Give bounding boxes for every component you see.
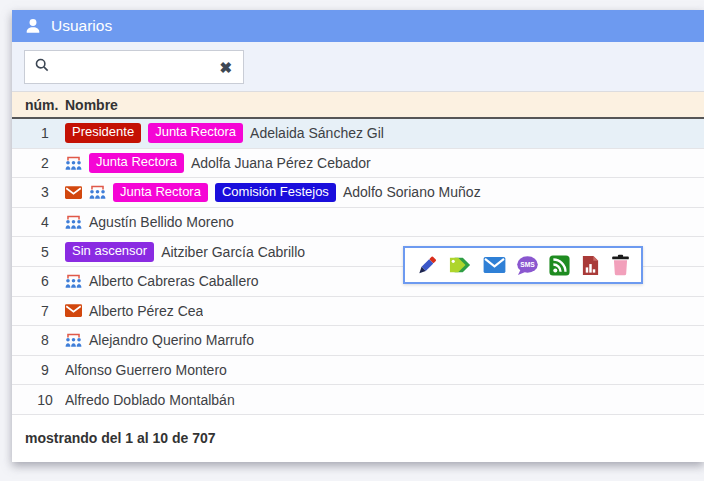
row-number: 3: [25, 184, 65, 200]
user-name: Agustín Bellido Moreno: [89, 214, 234, 230]
user-icon: [24, 17, 42, 35]
table-row[interactable]: 9Alfonso Guerrero Montero: [12, 356, 704, 386]
row-name-cell: Junta RectoraComisión FestejosAdolfo Sor…: [65, 183, 481, 203]
user-name: Adolfo Soriano Muñoz: [343, 184, 481, 200]
search-icon: [34, 57, 50, 77]
trash-icon: [610, 254, 631, 276]
role-badge: Junta Rectora: [148, 123, 243, 143]
mail-icon: [65, 186, 82, 199]
search-box: ✖: [24, 50, 244, 84]
table-row[interactable]: 2Junta RectoraAdolfa Juana Pérez Cebador: [12, 149, 704, 179]
tags-icon: [448, 254, 472, 276]
row-name-cell: Alejandro Querino Marrufo: [65, 332, 254, 348]
chart-icon: [581, 255, 600, 276]
sms-icon: SMS: [516, 255, 539, 276]
search-section: ✖: [12, 42, 704, 92]
group-icon: [65, 155, 82, 171]
row-number: 6: [25, 273, 65, 289]
page-title: Usuarios: [51, 17, 112, 35]
stats-button[interactable]: [581, 255, 600, 276]
action-toolbar: SMS: [403, 246, 643, 284]
edit-button[interactable]: [415, 254, 438, 277]
panel-header: Usuarios: [12, 10, 704, 42]
users-panel: Usuarios ✖ núm. Nombre 1PresidenteJunta …: [12, 10, 704, 462]
group-icon: [65, 214, 82, 230]
row-number: 10: [25, 392, 65, 408]
pagination-summary: mostrando del 1 al 10 de 707: [25, 430, 216, 446]
rss-icon: [549, 255, 570, 276]
svg-text:SMS: SMS: [520, 261, 535, 268]
list-footer: mostrando del 1 al 10 de 707: [12, 415, 704, 461]
row-name-cell: PresidenteJunta RectoraAdelaida Sánchez …: [65, 123, 384, 143]
group-icon: [65, 273, 82, 289]
envelope-icon: [483, 256, 506, 274]
table-row[interactable]: 1PresidenteJunta RectoraAdelaida Sánchez…: [12, 119, 704, 149]
clear-search-button[interactable]: ✖: [217, 60, 234, 75]
delete-button[interactable]: [610, 254, 631, 276]
row-number: 7: [25, 303, 65, 319]
user-name: Alejandro Querino Marrufo: [89, 332, 254, 348]
row-name-cell: Junta RectoraAdolfa Juana Pérez Cebador: [65, 153, 371, 173]
row-number: 8: [25, 332, 65, 348]
user-name: Adelaida Sánchez Gil: [250, 125, 384, 141]
row-name-cell: Alberto Pérez Cea: [65, 303, 203, 319]
row-name-cell: Alfonso Guerrero Montero: [65, 362, 227, 378]
pencil-icon: [415, 254, 438, 277]
row-number: 5: [25, 244, 65, 260]
role-badge: Comisión Festejos: [215, 183, 336, 203]
user-name: Adolfa Juana Pérez Cebador: [191, 155, 371, 171]
row-number: 4: [25, 214, 65, 230]
user-name: Alberto Cabreras Caballero: [89, 273, 259, 289]
role-badge: Presidente: [65, 123, 141, 143]
row-number: 1: [25, 125, 65, 141]
user-name: Alfonso Guerrero Montero: [65, 362, 227, 378]
group-icon: [89, 184, 106, 200]
sms-button[interactable]: SMS: [516, 255, 539, 276]
email-button[interactable]: [483, 256, 506, 274]
user-name: Alberto Pérez Cea: [89, 303, 203, 319]
row-name-cell: Agustín Bellido Moreno: [65, 214, 234, 230]
search-input[interactable]: [57, 59, 217, 75]
tags-button[interactable]: [448, 254, 472, 276]
role-badge: Sin ascensor: [65, 242, 154, 262]
row-number: 9: [25, 362, 65, 378]
table-row[interactable]: 4Agustín Bellido Moreno: [12, 208, 704, 238]
user-name: Alfredo Doblado Montalbán: [65, 392, 235, 408]
mail-icon: [65, 304, 82, 317]
group-icon: [65, 332, 82, 348]
row-number: 2: [25, 155, 65, 171]
role-badge: Junta Rectora: [113, 183, 208, 203]
row-name-cell: Alberto Cabreras Caballero: [65, 273, 259, 289]
table-row[interactable]: 3Junta RectoraComisión FestejosAdolfo So…: [12, 178, 704, 208]
row-name-cell: Sin ascensorAitziber García Cabrillo: [65, 242, 305, 262]
column-header-num: núm.: [25, 97, 65, 113]
user-name: Aitziber García Cabrillo: [161, 244, 305, 260]
row-name-cell: Alfredo Doblado Montalbán: [65, 392, 235, 408]
table-header: núm. Nombre: [12, 92, 704, 119]
rss-button[interactable]: [549, 255, 570, 276]
table-row[interactable]: 8Alejandro Querino Marrufo: [12, 326, 704, 356]
column-header-name: Nombre: [65, 97, 118, 113]
role-badge: Junta Rectora: [89, 153, 184, 173]
table-row[interactable]: 10Alfredo Doblado Montalbán: [12, 385, 704, 415]
table-row[interactable]: 7Alberto Pérez Cea: [12, 297, 704, 327]
